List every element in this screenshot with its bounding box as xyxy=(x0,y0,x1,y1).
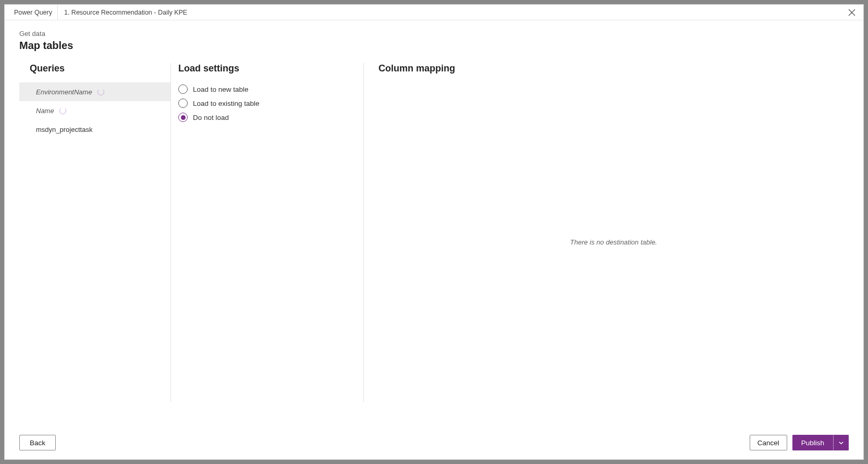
load-setting-option[interactable]: Load to new table xyxy=(178,84,363,94)
back-button[interactable]: Back xyxy=(19,435,56,450)
page-title: Map tables xyxy=(19,40,849,52)
columns: Queries EnvironmentNameNamemsdyn_project… xyxy=(19,63,849,426)
footer: Back Cancel Publish xyxy=(5,426,863,459)
app-name: Power Query xyxy=(9,5,58,20)
close-icon xyxy=(848,9,855,16)
load-setting-option[interactable]: Load to existing table xyxy=(178,99,363,108)
load-setting-label: Load to new table xyxy=(193,86,249,93)
query-item-label: Name xyxy=(36,107,54,115)
titlebar: Power Query 1. Resource Recommendation -… xyxy=(5,5,863,20)
cancel-button[interactable]: Cancel xyxy=(750,435,787,450)
query-item-label: msdyn_projecttask xyxy=(36,126,92,133)
query-item[interactable]: Name xyxy=(19,101,170,120)
query-item[interactable]: EnvironmentName xyxy=(19,82,170,101)
publish-button[interactable]: Publish xyxy=(792,435,833,450)
load-setting-label: Do not load xyxy=(193,114,229,121)
column-mapping-placeholder: There is no destination table. xyxy=(378,82,849,402)
dialog: Power Query 1. Resource Recommendation -… xyxy=(4,4,864,460)
query-item[interactable]: msdyn_projecttask xyxy=(19,120,170,139)
close-button[interactable] xyxy=(845,5,859,20)
query-list: EnvironmentNameNamemsdyn_projecttask xyxy=(19,82,170,139)
load-settings-radio-group: Load to new tableLoad to existing tableD… xyxy=(178,84,363,122)
column-mapping-heading: Column mapping xyxy=(378,63,849,74)
load-setting-option[interactable]: Do not load xyxy=(178,113,363,122)
publish-dropdown-button[interactable] xyxy=(833,435,849,450)
column-mapping-panel: Column mapping There is no destination t… xyxy=(363,63,849,402)
chevron-down-icon xyxy=(838,440,844,446)
loading-spinner-icon xyxy=(97,89,104,95)
radio-icon xyxy=(178,99,188,108)
radio-icon xyxy=(178,84,188,94)
queries-panel: Queries EnvironmentNameNamemsdyn_project… xyxy=(19,63,170,426)
load-settings-panel: Load settings Load to new tableLoad to e… xyxy=(170,63,363,402)
load-settings-heading: Load settings xyxy=(178,63,363,74)
query-item-label: EnvironmentName xyxy=(36,88,92,96)
content: Get data Map tables Queries EnvironmentN… xyxy=(5,20,863,426)
loading-spinner-icon xyxy=(59,107,66,114)
queries-heading: Queries xyxy=(30,63,170,74)
publish-split-button: Publish xyxy=(792,435,849,450)
load-setting-label: Load to existing table xyxy=(193,100,260,107)
document-name: 1. Resource Recommendation - Daily KPE xyxy=(58,9,193,16)
radio-icon xyxy=(178,113,188,122)
breadcrumb: Get data xyxy=(19,30,849,38)
